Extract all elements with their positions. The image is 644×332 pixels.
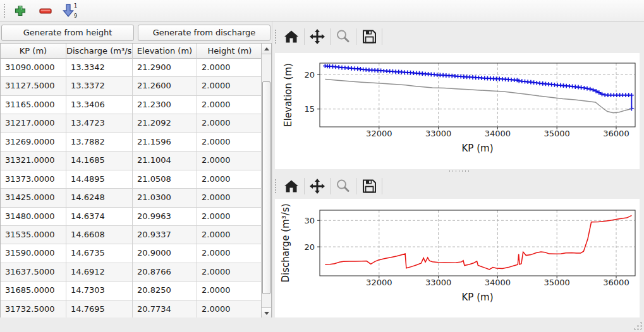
table-cell[interactable]: 2.0000 (197, 151, 261, 169)
table-row[interactable]: 31425.000014.624821.03002.0000 (1, 189, 261, 207)
table-row[interactable]: 31217.000013.472321.20922.0000 (1, 114, 261, 133)
toolbar-drag-handle[interactable] (274, 29, 277, 44)
save-button[interactable] (358, 27, 380, 47)
zoom-button[interactable] (332, 176, 355, 196)
table-cell[interactable]: 31480.0000 (1, 208, 66, 225)
remove-row-button[interactable] (36, 2, 55, 20)
table-cell[interactable]: 2.0000 (197, 244, 261, 262)
table-row[interactable]: 31127.500013.337221.26002.0000 (1, 77, 261, 95)
table-cell[interactable]: 20.8766 (133, 263, 197, 281)
table-row[interactable]: 31321.000014.168521.10042.0000 (1, 151, 261, 170)
table-cell[interactable]: 31590.0000 (1, 244, 66, 262)
table-cell[interactable]: 21.2092 (133, 114, 197, 132)
resize-grip-icon[interactable] (633, 321, 641, 329)
table-cell[interactable]: 13.3342 (66, 59, 133, 76)
table-cell[interactable]: 14.7695 (66, 300, 133, 318)
toolbar-drag-handle[interactable] (274, 179, 277, 194)
column-header-elevation[interactable]: Elevation (m) (133, 44, 197, 59)
table-cell[interactable]: 31425.0000 (1, 189, 66, 206)
table-cell[interactable]: 2.0000 (197, 114, 261, 132)
table-row[interactable]: 31480.000014.637420.99632.0000 (1, 208, 261, 226)
scroll-up-button[interactable] (262, 44, 271, 54)
table-cell[interactable]: 31090.0000 (1, 59, 66, 76)
table-cell[interactable]: 2.0000 (197, 189, 261, 206)
table-cell[interactable]: 31269.0000 (1, 133, 66, 151)
charts-splitter[interactable] (272, 169, 644, 173)
table-cell[interactable]: 14.1685 (66, 151, 133, 169)
add-row-button[interactable] (11, 2, 30, 20)
scrollbar-thumb[interactable] (262, 81, 270, 294)
table-cell[interactable]: 14.6374 (66, 208, 133, 225)
table-cell[interactable]: 21.2900 (133, 59, 197, 76)
table-cell[interactable]: 31127.5000 (1, 77, 66, 95)
table-cell[interactable]: 31217.0000 (1, 114, 66, 132)
table-cell[interactable]: 2.0000 (197, 208, 261, 225)
table-cell[interactable]: 20.9000 (133, 244, 197, 262)
table-cell[interactable]: 21.0300 (133, 189, 197, 206)
column-header-kp[interactable]: KP (m) (1, 44, 66, 59)
table-cell[interactable]: 2.0000 (197, 77, 261, 95)
sort-rows-button[interactable]: 1 9 (60, 2, 79, 20)
svg-text:33000: 33000 (425, 129, 451, 138)
table-row[interactable]: 31637.500014.691220.87662.0000 (1, 263, 261, 282)
table-cell[interactable]: 20.7734 (133, 300, 197, 318)
table-cell[interactable]: 14.6608 (66, 226, 133, 244)
pan-button[interactable] (306, 176, 329, 196)
table-row[interactable]: 31269.000013.788221.15962.0000 (1, 133, 261, 151)
toolbar-separator (330, 28, 331, 45)
table-cell[interactable]: 31373.0000 (1, 170, 66, 188)
table-row[interactable]: 31090.000013.334221.29002.0000 (1, 59, 261, 77)
toolbar-drag-handle[interactable] (3, 3, 6, 18)
save-button[interactable] (358, 176, 380, 196)
table-cell[interactable]: 21.2600 (133, 77, 197, 95)
table-cell[interactable]: 31732.5000 (1, 300, 66, 318)
discharge-chart[interactable]: 32000330003400035000360002030KP (m)Disch… (275, 199, 640, 317)
table-cell[interactable]: 31535.0000 (1, 226, 66, 244)
table-cell[interactable]: 2.0000 (197, 300, 261, 318)
table-cell[interactable]: 31321.0000 (1, 151, 66, 169)
table-cell[interactable]: 20.9963 (133, 208, 197, 225)
table-scrollbar[interactable] (261, 44, 271, 318)
table-cell[interactable]: 2.0000 (197, 263, 261, 281)
pan-button[interactable] (306, 27, 329, 47)
table-cell[interactable]: 14.6248 (66, 189, 133, 206)
table-cell[interactable]: 13.3372 (66, 77, 133, 95)
scroll-down-button[interactable] (262, 307, 271, 318)
table-cell[interactable]: 2.0000 (197, 170, 261, 188)
home-button[interactable] (280, 176, 303, 196)
table-cell[interactable]: 21.1596 (133, 133, 197, 151)
zoom-button[interactable] (332, 27, 355, 47)
table-row[interactable]: 31685.000014.730320.82502.0000 (1, 282, 261, 300)
home-button[interactable] (280, 27, 303, 47)
table-cell[interactable]: 21.2300 (133, 96, 197, 114)
table-cell[interactable]: 31165.0000 (1, 96, 66, 114)
table-cell[interactable]: 14.6735 (66, 244, 133, 262)
table-cell[interactable]: 2.0000 (197, 282, 261, 299)
table-cell[interactable]: 21.1004 (133, 151, 197, 169)
table-cell[interactable]: 13.3406 (66, 96, 133, 114)
table-cell[interactable]: 14.4895 (66, 170, 133, 188)
generate-from-height-button[interactable]: Generate from height (1, 25, 134, 41)
generate-from-discharge-button[interactable]: Generate from discharge (138, 25, 270, 41)
table-cell[interactable]: 2.0000 (197, 133, 261, 151)
table-cell[interactable]: 21.0508 (133, 170, 197, 188)
elevation-chart[interactable]: 32000330003400035000360001520KP (m)Eleva… (275, 53, 640, 169)
table-row[interactable]: 31732.500014.769520.77342.0000 (1, 300, 261, 319)
table-cell[interactable]: 20.8250 (133, 282, 197, 299)
table-row[interactable]: 31535.000014.660820.93372.0000 (1, 226, 261, 244)
table-cell[interactable]: 2.0000 (197, 96, 261, 114)
table-cell[interactable]: 20.9337 (133, 226, 197, 244)
table-row[interactable]: 31165.000013.340621.23002.0000 (1, 96, 261, 114)
table-cell[interactable]: 31685.0000 (1, 282, 66, 299)
column-header-height[interactable]: Height (m) (197, 44, 262, 59)
table-cell[interactable]: 13.7882 (66, 133, 133, 151)
table-row[interactable]: 31373.000014.489521.05082.0000 (1, 170, 261, 189)
table-cell[interactable]: 14.6912 (66, 263, 133, 281)
table-cell[interactable]: 2.0000 (197, 59, 261, 76)
table-cell[interactable]: 13.4723 (66, 114, 133, 132)
column-header-discharge[interactable]: Discharge (m³/s) (66, 44, 133, 59)
table-row[interactable]: 31590.000014.673520.90002.0000 (1, 244, 261, 263)
table-cell[interactable]: 31637.5000 (1, 263, 66, 281)
table-cell[interactable]: 2.0000 (197, 226, 261, 244)
table-cell[interactable]: 14.7303 (66, 282, 133, 299)
